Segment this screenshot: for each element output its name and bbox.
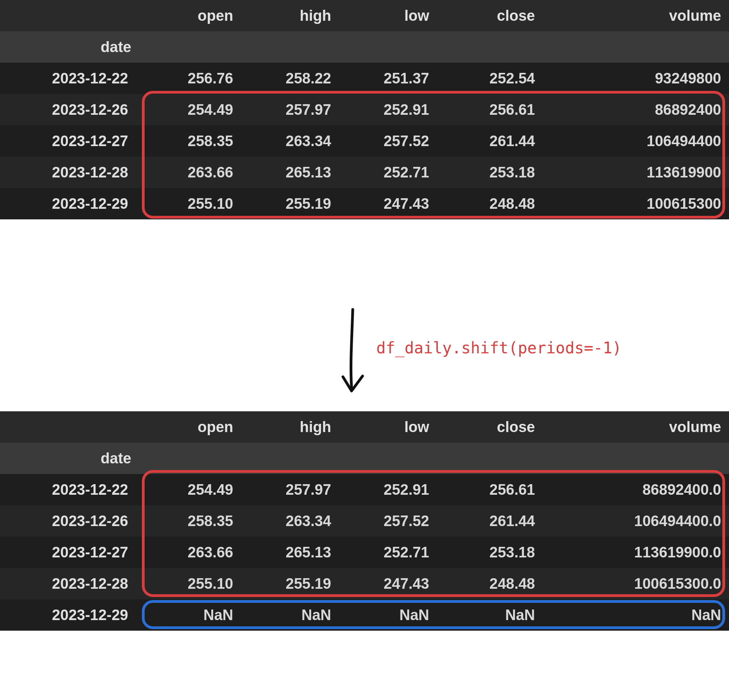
cell-close: 261.44 bbox=[437, 125, 543, 157]
table-row: 2023-12-29 NaN NaN NaN NaN NaN bbox=[0, 599, 729, 631]
cell-low: 247.43 bbox=[339, 568, 437, 599]
cell-high: NaN bbox=[241, 599, 339, 631]
cell-close: 252.54 bbox=[437, 63, 543, 94]
cell-date: 2023-12-22 bbox=[0, 474, 139, 505]
header-open: open bbox=[139, 0, 241, 31]
header-close: close bbox=[437, 411, 543, 443]
cell-volume: 86892400 bbox=[543, 94, 729, 125]
cell-low: 251.37 bbox=[339, 63, 437, 94]
dataframe-table-before: open high low close volume date 2023-12-… bbox=[0, 0, 729, 219]
index-blank bbox=[339, 443, 437, 474]
header-open: open bbox=[139, 411, 241, 443]
index-blank bbox=[241, 443, 339, 474]
cell-volume: 113619900.0 bbox=[543, 537, 729, 568]
index-blank bbox=[437, 443, 543, 474]
cell-close: 253.18 bbox=[437, 537, 543, 568]
cell-low: 252.91 bbox=[339, 474, 437, 505]
index-blank bbox=[139, 31, 241, 63]
cell-date: 2023-12-28 bbox=[0, 568, 139, 599]
arrow-down-icon bbox=[335, 306, 370, 400]
table-row: 2023-12-27 258.35 263.34 257.52 261.44 1… bbox=[0, 125, 729, 157]
cell-open: 255.10 bbox=[139, 188, 241, 219]
cell-volume: 113619900 bbox=[543, 157, 729, 188]
index-blank bbox=[139, 443, 241, 474]
header-blank bbox=[0, 411, 139, 443]
cell-close: 248.48 bbox=[437, 568, 543, 599]
cell-low: 247.43 bbox=[339, 188, 437, 219]
index-label-row: date bbox=[0, 31, 729, 63]
cell-date: 2023-12-27 bbox=[0, 537, 139, 568]
cell-low: 252.71 bbox=[339, 157, 437, 188]
header-high: high bbox=[241, 0, 339, 31]
cell-close: 261.44 bbox=[437, 505, 543, 537]
index-label: date bbox=[0, 31, 139, 63]
header-row: open high low close volume bbox=[0, 0, 729, 31]
cell-volume: 86892400.0 bbox=[543, 474, 729, 505]
table-row: 2023-12-22 254.49 257.97 252.91 256.61 8… bbox=[0, 474, 729, 505]
dataframe-table-after: open high low close volume date 2023-12-… bbox=[0, 411, 729, 631]
cell-date: 2023-12-26 bbox=[0, 505, 139, 537]
cell-volume: 106494400 bbox=[543, 125, 729, 157]
cell-low: 252.91 bbox=[339, 94, 437, 125]
index-blank bbox=[241, 31, 339, 63]
cell-date: 2023-12-22 bbox=[0, 63, 139, 94]
cell-close: 256.61 bbox=[437, 94, 543, 125]
cell-low: 257.52 bbox=[339, 505, 437, 537]
cell-volume: 100615300.0 bbox=[543, 568, 729, 599]
index-label-row: date bbox=[0, 443, 729, 474]
cell-high: 263.34 bbox=[241, 505, 339, 537]
cell-low: 252.71 bbox=[339, 537, 437, 568]
cell-open: 256.76 bbox=[139, 63, 241, 94]
table-row: 2023-12-22 256.76 258.22 251.37 252.54 9… bbox=[0, 63, 729, 94]
cell-low: 257.52 bbox=[339, 125, 437, 157]
cell-date: 2023-12-26 bbox=[0, 94, 139, 125]
cell-open: 254.49 bbox=[139, 94, 241, 125]
cell-date: 2023-12-27 bbox=[0, 125, 139, 157]
cell-close: 248.48 bbox=[437, 188, 543, 219]
cell-date: 2023-12-29 bbox=[0, 188, 139, 219]
cell-open: 258.35 bbox=[139, 125, 241, 157]
cell-date: 2023-12-29 bbox=[0, 599, 139, 631]
cell-open: 254.49 bbox=[139, 474, 241, 505]
cell-volume: 93249800 bbox=[543, 63, 729, 94]
cell-open: 255.10 bbox=[139, 568, 241, 599]
cell-high: 265.13 bbox=[241, 537, 339, 568]
cell-close: 256.61 bbox=[437, 474, 543, 505]
table-row: 2023-12-27 263.66 265.13 252.71 253.18 1… bbox=[0, 537, 729, 568]
header-volume: volume bbox=[543, 411, 729, 443]
cell-high: 258.22 bbox=[241, 63, 339, 94]
header-volume: volume bbox=[543, 0, 729, 31]
table-row: 2023-12-28 263.66 265.13 252.71 253.18 1… bbox=[0, 157, 729, 188]
cell-volume: NaN bbox=[543, 599, 729, 631]
header-high: high bbox=[241, 411, 339, 443]
cell-high: 255.19 bbox=[241, 568, 339, 599]
cell-high: 263.34 bbox=[241, 125, 339, 157]
table-row: 2023-12-26 254.49 257.97 252.91 256.61 8… bbox=[0, 94, 729, 125]
header-row: open high low close volume bbox=[0, 411, 729, 443]
index-blank bbox=[543, 31, 729, 63]
index-blank bbox=[543, 443, 729, 474]
header-close: close bbox=[437, 0, 543, 31]
cell-open: 258.35 bbox=[139, 505, 241, 537]
cell-high: 257.97 bbox=[241, 94, 339, 125]
header-low: low bbox=[339, 411, 437, 443]
cell-open: 263.66 bbox=[139, 157, 241, 188]
index-blank bbox=[437, 31, 543, 63]
table-row: 2023-12-29 255.10 255.19 247.43 248.48 1… bbox=[0, 188, 729, 219]
cell-date: 2023-12-28 bbox=[0, 157, 139, 188]
cell-close: NaN bbox=[437, 599, 543, 631]
table-row: 2023-12-28 255.10 255.19 247.43 248.48 1… bbox=[0, 568, 729, 599]
header-blank bbox=[0, 0, 139, 31]
cell-close: 253.18 bbox=[437, 157, 543, 188]
cell-high: 257.97 bbox=[241, 474, 339, 505]
cell-low: NaN bbox=[339, 599, 437, 631]
cell-open: NaN bbox=[139, 599, 241, 631]
header-low: low bbox=[339, 0, 437, 31]
cell-volume: 100615300 bbox=[543, 188, 729, 219]
table-row: 2023-12-26 258.35 263.34 257.52 261.44 1… bbox=[0, 505, 729, 537]
cell-high: 265.13 bbox=[241, 157, 339, 188]
cell-high: 255.19 bbox=[241, 188, 339, 219]
shift-code-annotation: df_daily.shift(periods=-1) bbox=[376, 339, 622, 357]
index-blank bbox=[339, 31, 437, 63]
cell-open: 263.66 bbox=[139, 537, 241, 568]
